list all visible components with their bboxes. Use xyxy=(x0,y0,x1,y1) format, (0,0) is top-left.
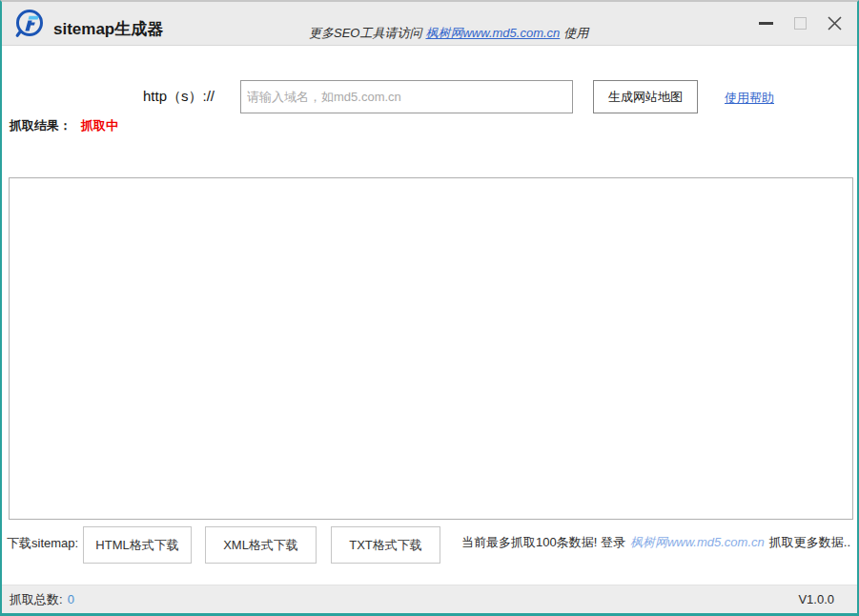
download-xml-button[interactable]: XML格式下载 xyxy=(205,526,317,564)
crawl-result-label: 抓取结果： xyxy=(10,118,72,133)
total-count-value: 0 xyxy=(68,592,74,606)
crawl-status-row: 抓取结果：抓取中 xyxy=(10,117,118,134)
app-title: sitemap生成器 xyxy=(53,18,163,40)
promo-prefix: 更多SEO工具请访问 xyxy=(309,26,421,40)
titlebar: sitemap生成器 更多SEO工具请访问枫树网www.md5.com.cn使用 xyxy=(2,2,857,46)
notice-suffix: 抓取更多数据.. xyxy=(769,535,850,549)
protocol-label: http（s）:// xyxy=(143,88,215,106)
maximize-button[interactable] xyxy=(790,13,809,32)
app-logo-icon xyxy=(13,8,46,40)
maximize-icon xyxy=(794,17,807,30)
app-window: sitemap生成器 更多SEO工具请访问枫树网www.md5.com.cn使用… xyxy=(0,0,859,616)
crawl-status-value: 抓取中 xyxy=(81,118,118,133)
notice-prefix: 当前最多抓取100条数据! 登录 xyxy=(461,535,625,549)
close-icon xyxy=(827,15,843,31)
minimize-icon xyxy=(759,22,773,25)
results-panel[interactable] xyxy=(9,177,853,520)
promo-text: 更多SEO工具请访问枫树网www.md5.com.cn使用 xyxy=(309,25,588,42)
statusbar: 抓取总数: 0 V1.0.0 xyxy=(2,585,857,613)
download-html-button[interactable]: HTML格式下载 xyxy=(83,526,192,564)
close-button[interactable] xyxy=(825,13,844,32)
notice-link[interactable]: 枫树网www.md5.com.cn xyxy=(630,535,765,549)
promo-suffix: 使用 xyxy=(563,26,588,40)
help-link[interactable]: 使用帮助 xyxy=(725,90,774,107)
total-count-label: 抓取总数: xyxy=(10,591,63,608)
minimize-button[interactable] xyxy=(756,13,775,32)
download-txt-button[interactable]: TXT格式下载 xyxy=(331,526,440,564)
window-controls xyxy=(756,13,844,32)
generate-sitemap-button[interactable]: 生成网站地图 xyxy=(593,80,698,113)
promo-link[interactable]: 枫树网www.md5.com.cn xyxy=(425,26,560,40)
crawl-limit-notice: 当前最多抓取100条数据! 登录枫树网www.md5.com.cn抓取更多数据.… xyxy=(461,534,850,551)
version-label: V1.0.0 xyxy=(798,592,849,606)
domain-input[interactable] xyxy=(240,80,573,113)
download-label: 下载sitemap: xyxy=(7,535,78,552)
